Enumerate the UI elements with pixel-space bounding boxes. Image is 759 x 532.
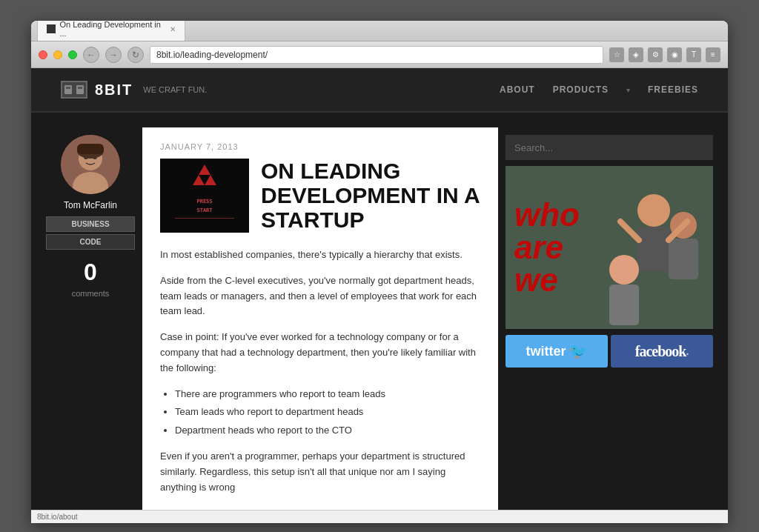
tag-code[interactable]: CODE — [46, 234, 135, 250]
tab-bar: On Leading Development in ... ✕ — [31, 21, 728, 41]
list-item: There are programmers who report to team… — [175, 387, 480, 402]
facebook-label: facebook — [635, 343, 686, 360]
tab-favicon — [47, 24, 56, 33]
list-item: Department heads who report to the CTO — [175, 423, 480, 439]
nav-products[interactable]: PRODUCTS — [553, 84, 609, 95]
status-bar: 8bit.io/about — [31, 510, 728, 523]
svg-rect-17 — [175, 218, 234, 219]
site-content: 8BIT WE CRAFT FUN. ABOUT PRODUCTS ▾ FREE… — [31, 68, 728, 510]
article-paragraph-2: Aside from the C-level executives, you'v… — [160, 273, 480, 319]
article-header: PRESS START ON LEADING DEVELOPMENT IN A … — [160, 159, 480, 233]
article-container: JANUARY 7, 2013 PRESS START — [142, 127, 498, 510]
who-are-we-text: whoarewe — [514, 199, 580, 296]
facebook-button[interactable]: facebook . — [611, 335, 713, 368]
svg-rect-20 — [637, 227, 670, 271]
author-name: Tom McFarlin — [46, 200, 135, 210]
article-thumbnail: PRESS START — [160, 159, 249, 233]
article-date: JANUARY 7, 2013 — [160, 142, 480, 151]
comment-label: comments — [72, 289, 110, 298]
site-logo: 8BIT WE CRAFT FUN. — [61, 81, 207, 99]
twitter-bird-icon: 🐦 — [569, 342, 588, 360]
nav-freebies[interactable]: FREEBIES — [648, 84, 698, 95]
tab-title: On Leading Development in ... — [60, 21, 166, 38]
left-sidebar: Tom McFarlin BUSINESS CODE 0 comments — [46, 127, 135, 510]
browser-tab[interactable]: On Leading Development in ... ✕ — [37, 21, 185, 41]
comment-count: 0 — [46, 259, 135, 286]
status-text: 8bit.io/about — [37, 513, 78, 521]
facebook-dot-icon: . — [686, 345, 689, 357]
extension-icon-1[interactable]: ◈ — [629, 47, 643, 62]
right-sidebar: whoarewe twitter 🐦 facebook . — [506, 127, 713, 510]
svg-rect-3 — [78, 87, 82, 89]
extension-icon-3[interactable]: ◉ — [667, 47, 682, 62]
article-list: There are programmers who report to team… — [175, 387, 480, 439]
toolbar-icons: ☆ ◈ ⚙ ◉ T ≡ — [609, 47, 720, 62]
site-subheader — [31, 113, 728, 127]
back-button[interactable]: ← — [83, 47, 99, 63]
forward-button[interactable]: → — [105, 47, 122, 63]
article-paragraph-3: Case in point: If you've ever worked for… — [160, 330, 480, 376]
article-paragraph-4: Even if you aren't a programmer, perhaps… — [160, 449, 480, 495]
logo-icon — [61, 81, 87, 99]
browser-window: On Leading Development in ... ✕ ← → ↻ 8b… — [31, 21, 728, 523]
site-main: Tom McFarlin BUSINESS CODE 0 comments JA… — [31, 127, 728, 510]
list-item: Team leads who report to department head… — [175, 405, 480, 420]
extension-icon-4[interactable]: T — [686, 47, 701, 62]
tag-business[interactable]: BUSINESS — [46, 216, 135, 232]
logo-text: 8BIT — [95, 82, 133, 99]
who-are-we-image: whoarewe — [506, 166, 713, 329]
browser-toolbar: ← → ↻ 8bit.io/leading-development/ ☆ ◈ ⚙… — [31, 41, 728, 68]
comments-section: 0 comments — [46, 259, 135, 299]
url-text: 8bit.io/leading-development/ — [156, 50, 268, 60]
nav-about[interactable]: ABOUT — [500, 84, 535, 95]
menu-button[interactable]: ≡ — [706, 47, 720, 62]
svg-rect-2 — [76, 85, 84, 94]
twitter-label: twitter — [526, 344, 566, 359]
avatar-image — [61, 135, 120, 194]
bookmark-icon[interactable]: ☆ — [609, 47, 624, 62]
tab-close-button[interactable]: ✕ — [170, 25, 176, 33]
search-input[interactable] — [514, 142, 704, 153]
site-nav: ABOUT PRODUCTS ▾ FREEBIES — [500, 84, 698, 95]
svg-point-23 — [609, 255, 639, 285]
svg-rect-22 — [669, 239, 698, 279]
avatar — [61, 135, 120, 194]
article-body: In most established companies, there's t… — [160, 247, 480, 495]
article-title: ON LEADING DEVELOPMENT IN A STARTUP — [261, 159, 480, 232]
extension-icon-2[interactable]: ⚙ — [648, 47, 663, 62]
refresh-button[interactable]: ↻ — [127, 47, 144, 63]
article-paragraph-1: In most established companies, there's t… — [160, 247, 480, 263]
social-buttons: twitter 🐦 facebook . — [506, 335, 713, 368]
maximize-window-button[interactable] — [68, 50, 77, 59]
search-box — [506, 135, 713, 160]
svg-text:PRESS: PRESS — [196, 199, 212, 205]
site-header: 8BIT WE CRAFT FUN. ABOUT PRODUCTS ▾ FREE… — [31, 68, 728, 113]
svg-text:START: START — [196, 207, 212, 213]
url-bar[interactable]: 8bit.io/leading-development/ — [150, 46, 603, 64]
logo-tagline: WE CRAFT FUN. — [143, 85, 207, 94]
minimize-window-button[interactable] — [53, 50, 62, 59]
twitter-button[interactable]: twitter 🐦 — [506, 335, 608, 368]
svg-rect-0 — [64, 85, 72, 94]
svg-rect-1 — [66, 87, 70, 89]
close-window-button[interactable] — [39, 50, 47, 59]
svg-rect-24 — [609, 285, 639, 325]
svg-point-19 — [637, 194, 670, 227]
svg-rect-10 — [77, 144, 104, 154]
